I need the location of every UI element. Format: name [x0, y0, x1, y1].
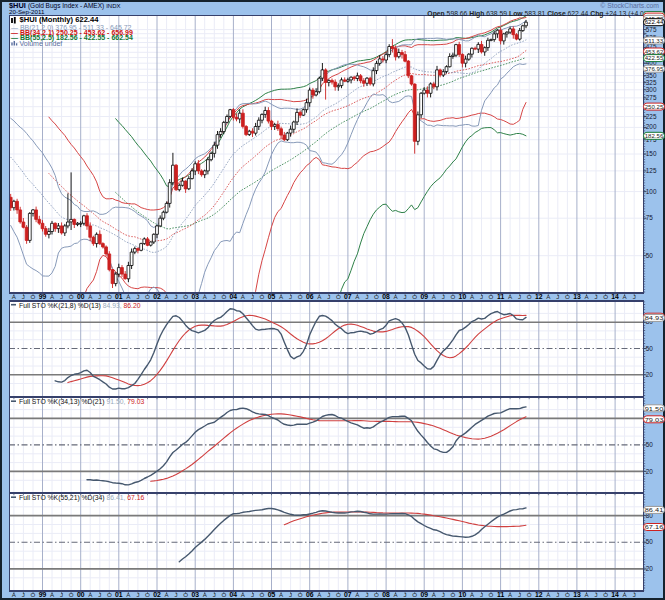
svg-text:10: 10 — [459, 591, 467, 598]
svg-text:575: 575 — [646, 26, 657, 33]
svg-text:O: O — [565, 293, 570, 300]
svg-text:J: J — [98, 293, 101, 300]
svg-text:J: J — [518, 293, 521, 300]
svg-text:J: J — [633, 591, 636, 598]
svg-text:J: J — [289, 591, 292, 598]
svg-text:04: 04 — [230, 591, 238, 598]
svg-text:O: O — [107, 591, 112, 598]
svg-text:99: 99 — [39, 293, 47, 300]
svg-text:67.16: 67.16 — [645, 523, 664, 530]
svg-text:20: 20 — [646, 565, 654, 572]
svg-text:12: 12 — [535, 293, 543, 300]
svg-text:O: O — [489, 293, 494, 300]
svg-text:O: O — [336, 591, 341, 598]
svg-text:J: J — [480, 591, 483, 598]
svg-text:J: J — [289, 293, 292, 300]
svg-text:07: 07 — [344, 293, 352, 300]
svg-text:O: O — [527, 293, 532, 300]
svg-text:01: 01 — [115, 293, 123, 300]
svg-text:O: O — [183, 591, 188, 598]
svg-text:275: 275 — [646, 94, 657, 101]
svg-text:O: O — [374, 591, 379, 598]
svg-text:325: 325 — [646, 79, 657, 86]
svg-text:100: 100 — [646, 188, 657, 195]
svg-text:200: 200 — [646, 123, 657, 130]
svg-text:20-Sep-2011: 20-Sep-2011 — [9, 8, 45, 15]
svg-text:79.03: 79.03 — [645, 416, 664, 423]
svg-text:© StockCharts.com: © StockCharts.com — [600, 2, 659, 9]
svg-text:J: J — [98, 591, 101, 598]
svg-text:O: O — [260, 293, 265, 300]
svg-text:03: 03 — [191, 293, 199, 300]
svg-text:Volume undef: Volume undef — [20, 40, 63, 47]
svg-text:O: O — [260, 591, 265, 598]
svg-text:J: J — [327, 591, 330, 598]
svg-text:O: O — [336, 293, 341, 300]
svg-text:08: 08 — [382, 293, 390, 300]
svg-text:J: J — [251, 293, 254, 300]
svg-text:12: 12 — [535, 591, 543, 598]
svg-text:01: 01 — [115, 591, 123, 598]
svg-text:09: 09 — [420, 293, 428, 300]
svg-text:J: J — [136, 591, 139, 598]
svg-text:J: J — [633, 293, 636, 300]
svg-text:O: O — [221, 591, 226, 598]
svg-text:J: J — [60, 591, 63, 598]
svg-text:Open 598.66 High 638.59 Low 58: Open 598.66 High 638.59 Low 583.81 Close… — [427, 10, 656, 18]
svg-text:J: J — [442, 293, 445, 300]
svg-text:50: 50 — [646, 441, 654, 448]
svg-text:J: J — [251, 591, 254, 598]
svg-text:125: 125 — [646, 167, 657, 174]
svg-text:182.56: 182.56 — [645, 132, 664, 139]
svg-text:O: O — [69, 591, 74, 598]
svg-text:O: O — [450, 591, 455, 598]
svg-text:J: J — [594, 293, 597, 300]
svg-text:08: 08 — [382, 591, 390, 598]
svg-text:O: O — [298, 591, 303, 598]
svg-text:O: O — [412, 293, 417, 300]
svg-text:J: J — [594, 591, 597, 598]
svg-text:09: 09 — [420, 591, 428, 598]
svg-text:J: J — [365, 591, 368, 598]
svg-text:20: 20 — [646, 371, 654, 378]
svg-text:03: 03 — [191, 591, 199, 598]
svg-text:14: 14 — [611, 293, 619, 300]
svg-text:99: 99 — [39, 591, 47, 598]
svg-text:O: O — [565, 591, 570, 598]
svg-text:05: 05 — [268, 293, 276, 300]
svg-text:06: 06 — [306, 293, 314, 300]
svg-text:50: 50 — [646, 252, 654, 259]
svg-text:J: J — [136, 293, 139, 300]
svg-text:Full STO %K(21,8) %D(13) 84.93: Full STO %K(21,8) %D(13) 84.93, 86.20 — [19, 302, 141, 310]
svg-text:O: O — [603, 293, 608, 300]
svg-text:13: 13 — [573, 591, 581, 598]
svg-text:J: J — [518, 591, 521, 598]
svg-text:225: 225 — [646, 113, 657, 120]
svg-text:O: O — [412, 591, 417, 598]
svg-text:J: J — [327, 293, 330, 300]
svg-text:J: J — [404, 591, 407, 598]
svg-text:O: O — [145, 293, 150, 300]
svg-text:O: O — [450, 293, 455, 300]
svg-text:O: O — [603, 591, 608, 598]
svg-text:O: O — [31, 293, 36, 300]
svg-text:20: 20 — [646, 468, 654, 475]
svg-text:J: J — [556, 591, 559, 598]
svg-text:02: 02 — [153, 293, 161, 300]
svg-text:84.93: 84.93 — [645, 314, 664, 321]
svg-text:00: 00 — [77, 591, 85, 598]
svg-text:05: 05 — [268, 591, 276, 598]
svg-text:11: 11 — [497, 293, 504, 300]
svg-text:06: 06 — [306, 591, 314, 598]
svg-text:622.44: 622.44 — [645, 18, 664, 25]
svg-text:J: J — [556, 293, 559, 300]
svg-text:250.25: 250.25 — [645, 103, 664, 110]
svg-text:O: O — [31, 591, 36, 598]
svg-text:O: O — [69, 293, 74, 300]
svg-text:J: J — [442, 591, 445, 598]
svg-text:150: 150 — [646, 150, 657, 157]
svg-text:91.50: 91.50 — [645, 405, 664, 412]
svg-text:511.33: 511.33 — [645, 37, 664, 44]
svg-text:10: 10 — [459, 293, 467, 300]
svg-text:300: 300 — [646, 86, 657, 93]
